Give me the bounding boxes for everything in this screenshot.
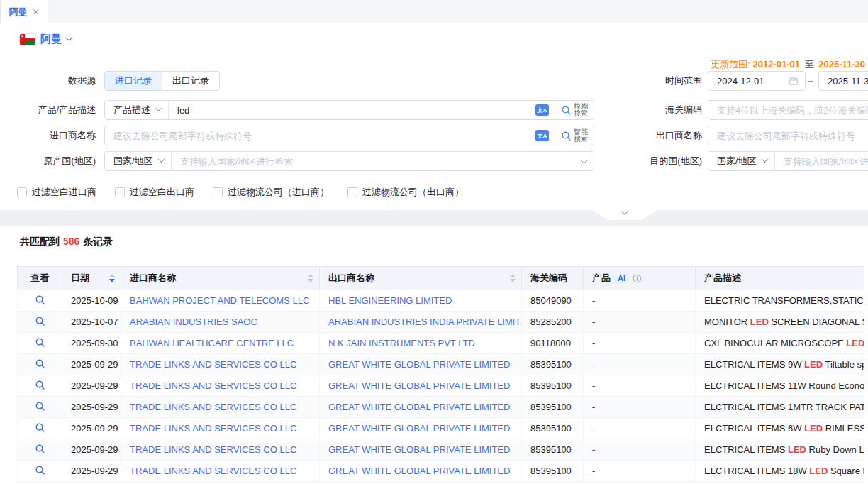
col-header-importer[interactable]: 进口商名称 (121, 267, 320, 290)
exporter-link[interactable]: N K JAIN INSTRUMENTS PVT LTD (328, 338, 475, 348)
view-record-button[interactable] (35, 380, 45, 390)
table-row: 2025-09-30BAHWAN HEALTHCARE CENTRE LLCN … (18, 333, 864, 354)
records-table: 查看 日期 进口商名称 出口商名称 (17, 266, 864, 482)
summary-prefix: 共匹配到 (20, 236, 60, 247)
divider (555, 130, 555, 141)
view-record-button[interactable] (35, 358, 45, 369)
importer-link[interactable]: TRADE LINKS AND SERVICES CO LLC (130, 423, 296, 434)
importer-name-input[interactable] (105, 127, 535, 144)
view-record-button[interactable] (35, 337, 45, 348)
view-cell (18, 461, 62, 482)
destination-country-select-value: 国家/地区 (717, 155, 757, 167)
exporter-control (708, 126, 868, 145)
importer-link[interactable]: ARABIAN INDUSTRIES SAOC (130, 317, 257, 327)
translate-icon[interactable]: 文A (535, 130, 549, 141)
smart-line2: 搜索 (574, 135, 588, 143)
time-range-start[interactable] (708, 71, 806, 91)
hs-code-label: 海关编码 (617, 100, 702, 120)
smart-search-button[interactable]: 智能搜索 (561, 128, 594, 143)
product-cell: - (584, 354, 696, 375)
destination-country-label: 目的国(地区) (617, 151, 702, 171)
col-header-date[interactable]: 日期 (62, 267, 121, 290)
update-range-start: 2012-01-01 (752, 59, 800, 70)
translate-icon[interactable]: 文A (535, 104, 549, 116)
hs-code-cell: 85049090 (522, 290, 584, 312)
exporter-cell: GREAT WHITE GLOBAL PRIVATE LIMITED (320, 418, 522, 439)
exporter-link[interactable]: GREAT WHITE GLOBAL PRIVATE LIMITED (328, 466, 510, 476)
time-range-end[interactable] (818, 71, 868, 91)
importer-link[interactable]: BAHWAN PROJECT AND TELECOMS LLC (130, 295, 309, 306)
country-selector[interactable]: 阿曼 (20, 33, 72, 46)
importer-cell: TRADE LINKS AND SERVICES CO LLC (121, 397, 320, 418)
exporter-link[interactable]: GREAT WHITE GLOBAL PRIVATE LIMITED (328, 402, 510, 412)
checkbox-filter-logistics-importer[interactable]: 过滤物流公司（进口商） (213, 186, 329, 199)
checkbox-filter-blank-importer[interactable]: 过滤空白进口商 (17, 186, 96, 199)
exporter-name-input[interactable] (708, 127, 868, 144)
checkbox-filter-logistics-exporter[interactable]: 过滤物流公司（出口商） (347, 186, 464, 199)
table-row: 2025-09-29TRADE LINKS AND SERVICES CO LL… (18, 354, 864, 375)
exporter-link[interactable]: GREAT WHITE GLOBAL PRIVATE LIMITED (328, 444, 510, 455)
view-cell (18, 439, 62, 461)
end-date-input[interactable] (819, 72, 868, 89)
destination-country-input[interactable] (775, 153, 868, 170)
exporter-link[interactable]: ARABIAN INDUSTRIES INDIA PRIVATE LIMIT..… (328, 317, 522, 327)
tab-export-records[interactable]: 出口记录 (162, 72, 219, 90)
view-record-button[interactable] (35, 422, 45, 433)
checkbox-filter-blank-exporter[interactable]: 过滤空白出口商 (115, 186, 194, 199)
origin-country-select[interactable]: 国家/地区 (105, 152, 172, 170)
country-name: 阿曼 (40, 33, 62, 46)
destination-country-select[interactable]: 国家/地区 (708, 152, 775, 170)
description-cell: ELCTRICAL ITEMS 18W LED Square E... (696, 461, 864, 482)
exporter-link[interactable]: HBL ENGINEERING LIMITED (328, 295, 452, 306)
hs-code-input[interactable] (708, 101, 868, 119)
view-record-button[interactable] (35, 444, 45, 454)
importer-cell: BAHWAN HEALTHCARE CENTRE LLC (121, 333, 320, 354)
exporter-link[interactable]: GREAT WHITE GLOBAL PRIVATE LIMITED (328, 380, 510, 391)
importer-link[interactable]: TRADE LINKS AND SERVICES CO LLC (130, 359, 296, 370)
table-row: 2025-10-09BAHWAN PROJECT AND TELECOMS LL… (18, 290, 864, 312)
collapse-form-handle[interactable] (592, 210, 657, 220)
product-type-select[interactable]: 产品描述 (105, 101, 169, 119)
date-range-separator: – (808, 71, 813, 91)
hs-code-control (708, 100, 868, 120)
view-record-button[interactable] (35, 401, 45, 412)
tab-import-records[interactable]: 进口记录 (105, 72, 162, 90)
table-header-row: 查看 日期 进口商名称 出口商名称 (18, 267, 864, 290)
close-icon[interactable]: ✕ (32, 7, 39, 17)
sort-toggle-exporter[interactable] (510, 274, 516, 282)
sort-toggle-date[interactable] (109, 274, 115, 282)
date-cell: 2025-09-29 (62, 354, 121, 375)
importer-link[interactable]: TRADE LINKS AND SERVICES CO LLC (130, 380, 296, 391)
importer-link[interactable]: BAHWAN HEALTHCARE CENTRE LLC (130, 338, 294, 348)
exporter-cell: GREAT WHITE GLOBAL PRIVATE LIMITED (320, 439, 522, 461)
hs-code-cell: 85395100 (522, 461, 584, 482)
product-cell: - (584, 312, 696, 333)
importer-link[interactable]: TRADE LINKS AND SERVICES CO LLC (130, 444, 296, 455)
exporter-cell: GREAT WHITE GLOBAL PRIVATE LIMITED (320, 354, 522, 375)
hs-code-cell: 85395100 (522, 418, 584, 439)
product-cell: - (584, 290, 696, 312)
col-header-product: 产品 AI (584, 267, 696, 290)
start-date-input[interactable] (708, 72, 789, 89)
results-panel: 共匹配到586条记录 查看 日期 进口商名称 (0, 226, 868, 484)
fuzzy-search-button[interactable]: 模糊搜索 (561, 103, 594, 117)
origin-country-input[interactable] (172, 153, 579, 170)
importer-link[interactable]: TRADE LINKS AND SERVICES CO LLC (130, 466, 296, 476)
date-cell: 2025-09-30 (62, 333, 121, 354)
info-icon[interactable] (633, 274, 642, 283)
sort-toggle-importer[interactable] (308, 274, 313, 282)
view-record-button[interactable] (35, 465, 45, 475)
table-row: 2025-09-29TRADE LINKS AND SERVICES CO LL… (18, 397, 864, 418)
tab-oman[interactable]: 阿曼 ✕ (0, 0, 48, 23)
view-record-button[interactable] (35, 295, 45, 305)
view-cell (18, 375, 62, 397)
checkbox-icon (213, 187, 223, 197)
exporter-link[interactable]: GREAT WHITE GLOBAL PRIVATE LIMITED (328, 423, 510, 434)
view-record-button[interactable] (35, 316, 45, 326)
product-search-input[interactable] (169, 101, 535, 119)
col-header-exporter[interactable]: 出口商名称 (320, 267, 522, 290)
product-cell: - (584, 461, 696, 482)
exporter-link[interactable]: GREAT WHITE GLOBAL PRIVATE LIMITED (328, 359, 510, 370)
hs-code-cell: 85395100 (522, 375, 584, 397)
importer-link[interactable]: TRADE LINKS AND SERVICES CO LLC (130, 402, 296, 412)
